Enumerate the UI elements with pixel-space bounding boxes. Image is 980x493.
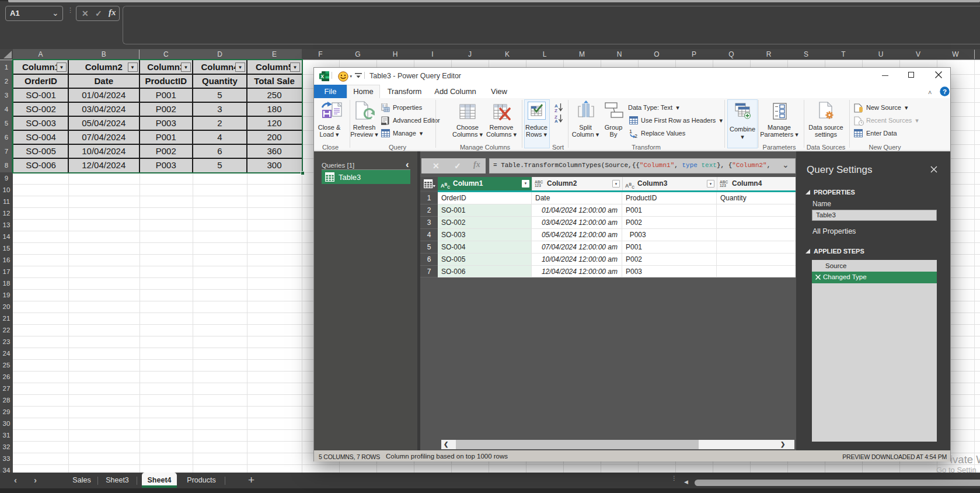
svg-text:2: 2 [634, 133, 637, 138]
svg-text:X: X [320, 74, 324, 79]
svg-text:1: 1 [629, 129, 632, 134]
svg-text:?: ? [943, 88, 947, 95]
svg-text:Z: Z [554, 108, 557, 113]
svg-text:A: A [554, 119, 558, 123]
